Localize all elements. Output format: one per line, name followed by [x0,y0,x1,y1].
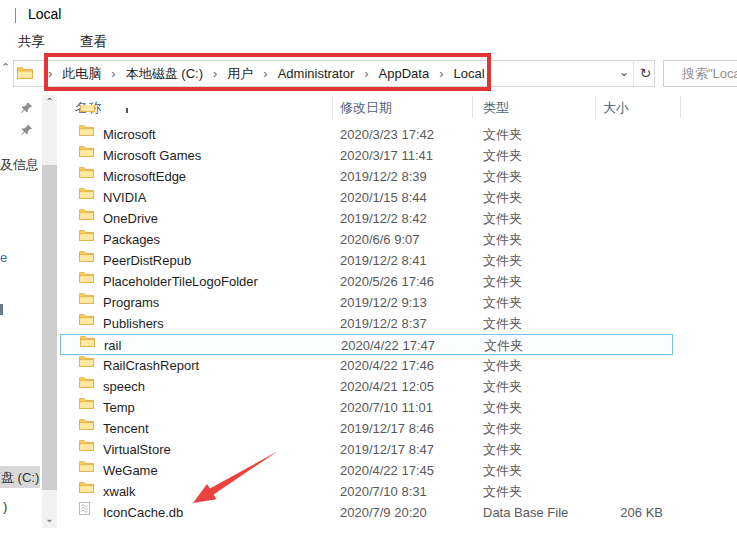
column-header-size[interactable]: 大小 [603,99,629,117]
breadcrumb-separator: › [358,66,374,81]
file-name: WeGame [103,460,158,481]
nav-item-fragment[interactable]: 及信息 [0,156,39,174]
file-type: 文件夹 [483,355,522,376]
file-type: Data Base File [483,502,568,523]
folder-icon [79,376,94,388]
file-date: 2020/7/9 20:20 [340,502,427,523]
table-row[interactable]: speech 2020/4/21 12:05 文件夹 [60,376,673,397]
file-date: 2019/12/17 8:46 [340,418,434,439]
file-date: 2020/4/22 17:46 [340,355,434,376]
table-row[interactable]: PeerDistRepub 2019/12/2 8:41 文件夹 [60,250,673,271]
column-divider[interactable] [472,96,473,118]
refresh-icon[interactable]: ↻ [636,60,655,87]
file-name: IconCache.db [103,502,183,523]
file-date: 2020/3/17 11:41 [340,145,433,166]
table-row[interactable]: WeGame 2020/4/22 17:45 文件夹 [60,460,673,481]
column-divider[interactable] [332,96,333,118]
address-dropdown-chevron-icon[interactable]: ⌄ [616,60,632,87]
folder-icon [79,208,94,220]
table-row[interactable]: VirtualStore 2019/12/17 8:47 文件夹 [60,439,673,460]
table-row[interactable]: xwalk 2020/7/10 8:31 文件夹 [60,481,673,502]
table-row[interactable]: Packages 2020/6/6 9:07 文件夹 [60,229,673,250]
pin-icon[interactable] [21,100,33,118]
file-type: 文件夹 [483,376,522,397]
folder-icon [79,145,94,157]
column-divider[interactable] [680,96,681,118]
file-type: 文件夹 [483,187,522,208]
tab-share[interactable]: 共享 [18,33,45,51]
pin-icon[interactable] [21,122,33,140]
nav-item-fragment[interactable]: ) [3,499,7,514]
table-row[interactable]: MicrosoftEdge 2019/12/2 8:39 文件夹 [60,166,673,187]
tab-view[interactable]: 查看 [80,33,107,51]
file-date: 2020/1/15 8:44 [340,187,427,208]
table-row[interactable]: RailCrashReport 2020/4/22 17:46 文件夹 [60,355,673,376]
nav-scrollbar-thumb[interactable] [42,165,57,490]
breadcrumb-this-pc[interactable]: 此电脑 [58,65,105,83]
folder-icon [79,292,94,304]
table-row[interactable]: rail 2020/4/22 17:47 文件夹 [60,334,673,355]
search-box [663,60,737,87]
search-input[interactable] [664,61,737,86]
clipped-text-fragment [126,108,128,113]
breadcrumb-local-disk-c[interactable]: 本地磁盘 (C:) [122,65,207,83]
file-name: VirtualStore [103,439,171,460]
breadcrumb-administrator[interactable]: Administrator [274,66,359,81]
file-name: NVIDIA [103,187,146,208]
window-title: Local [28,6,61,22]
file-name: rail [104,335,121,356]
breadcrumb-appdata[interactable]: AppData [375,66,434,81]
breadcrumb-separator: › [207,66,223,81]
nav-item-fragment[interactable]: e [0,250,7,265]
up-nav-icon[interactable]: ⌃ [1,61,10,74]
sort-ascending-icon: ⌃ [188,87,196,98]
file-type: 文件夹 [483,250,522,271]
folder-icon [79,460,94,472]
file-name: RailCrashReport [103,355,199,376]
breadcrumb-separator: › [42,66,58,81]
file-type: 文件夹 [483,481,522,502]
explorer-window: Local 共享 查看 ⌃ › 此电脑 › 本地磁盘 (C:) › 用户 › A… [0,0,737,546]
file-date: 2019/12/2 8:37 [340,313,427,334]
file-list: Microsoft 2020/3/23 17:42 文件夹 Microsoft … [60,124,674,523]
db-file-icon [79,502,90,515]
breadcrumb-users[interactable]: 用户 [223,65,257,83]
file-type: 文件夹 [483,124,522,145]
folder-icon [79,418,94,430]
breadcrumb-local[interactable]: Local [450,66,489,81]
column-header-type[interactable]: 类型 [483,99,509,117]
table-row[interactable]: Microsoft Games 2020/3/17 11:41 文件夹 [60,145,673,166]
file-name: speech [103,376,145,397]
breadcrumb-separator: › [105,66,121,81]
titlebar-separator [15,8,16,23]
file-date: 2020/7/10 8:31 [340,481,427,502]
folder-icon [79,313,94,325]
folder-icon [79,481,94,493]
nav-item-fragment[interactable] [0,304,3,315]
table-row[interactable]: Tencent 2019/12/17 8:46 文件夹 [60,418,673,439]
table-row[interactable]: Temp 2020/7/10 11:01 文件夹 [60,397,673,418]
table-row[interactable]: PlaceholderTileLogoFolder 2020/5/26 17:4… [60,271,673,292]
folder-icon [79,271,94,283]
file-type: 文件夹 [483,271,522,292]
clipped-folder-icon [80,105,95,113]
file-name: Temp [103,397,135,418]
column-header-date[interactable]: 修改日期 [340,99,392,117]
file-name: OneDrive [103,208,158,229]
table-row[interactable]: Publishers 2019/12/2 8:37 文件夹 [60,313,673,334]
file-name: Publishers [103,313,164,334]
scroll-up-icon[interactable]: ⌃ [42,95,57,111]
file-name: Microsoft [103,124,156,145]
nav-item-local-disk-fragment[interactable]: 盘 (C:) [1,469,39,487]
table-row[interactable]: OneDrive 2019/12/2 8:42 文件夹 [60,208,673,229]
column-divider[interactable] [595,96,596,118]
table-row[interactable]: NVIDIA 2020/1/15 8:44 文件夹 [60,187,673,208]
table-row[interactable]: IconCache.db 2020/7/9 20:20 Data Base Fi… [60,502,673,523]
file-type: 文件夹 [484,335,523,356]
table-row[interactable]: Programs 2019/12/2 9:13 文件夹 [60,292,673,313]
breadcrumb: › 此电脑 › 本地磁盘 (C:) › 用户 › Administrator ›… [42,60,489,87]
folder-icon [79,229,94,241]
file-type: 文件夹 [483,229,522,250]
scroll-down-icon[interactable]: ⌄ [42,512,57,528]
table-row[interactable]: Microsoft 2020/3/23 17:42 文件夹 [60,124,673,145]
